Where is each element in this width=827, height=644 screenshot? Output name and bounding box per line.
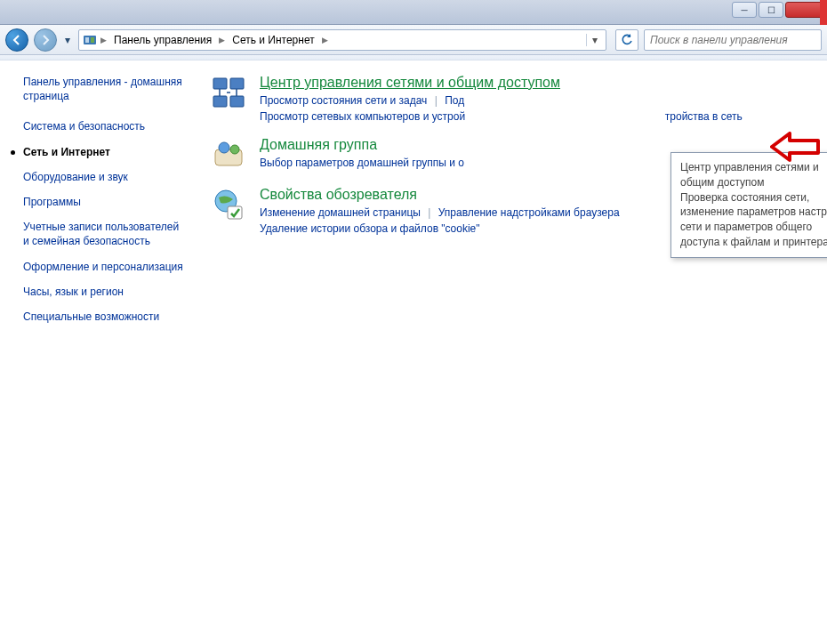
link-manage-addons[interactable]: Управление надстройками браузера	[438, 206, 620, 219]
breadcrumb-bar[interactable]: ▶ Панель управления ▶ Сеть и Интернет ▶ …	[78, 29, 606, 51]
sidebar-item-hardware-sound[interactable]: Оборудование и звук	[23, 170, 185, 184]
sidebar: Панель управления - домашняя страница Си…	[0, 60, 197, 644]
link-view-network-status[interactable]: Просмотр состояния сети и задач	[260, 94, 427, 107]
svg-rect-4	[230, 78, 244, 89]
annotation-arrow	[770, 132, 822, 162]
link-divider: |	[430, 94, 442, 107]
link-homegroup-options-partial[interactable]: Выбор параметров домашней группы и о	[260, 157, 464, 169]
tooltip-network-sharing: Центр управления сетями и общим доступом…	[670, 152, 827, 258]
link-view-network-computers-partial[interactable]: Просмотр сетевых компьютеров и устрой	[260, 110, 465, 123]
category-homegroup-title[interactable]: Домашняя группа	[260, 137, 464, 153]
svg-rect-6	[230, 96, 244, 107]
sidebar-item-system-security[interactable]: Система и безопасность	[23, 119, 185, 133]
sidebar-item-programs[interactable]: Программы	[23, 195, 185, 209]
arrow-left-icon	[11, 34, 23, 46]
close-bar-decoration	[820, 0, 827, 25]
svg-rect-1	[85, 37, 89, 43]
network-sharing-icon	[210, 75, 247, 112]
link-change-homepage[interactable]: Изменение домашней страницы	[260, 206, 421, 219]
sidebar-item-ease-of-access[interactable]: Специальные возможности	[23, 310, 185, 324]
breadcrumb-network-internet[interactable]: Сеть и Интернет	[229, 34, 317, 46]
main-panel: Центр управления сетями и общим доступом…	[197, 60, 827, 644]
arrow-right-icon	[39, 34, 52, 46]
sidebar-item-network-internet[interactable]: Сеть и Интернет	[23, 145, 185, 159]
minimize-button[interactable]: ─	[732, 2, 757, 18]
breadcrumb-separator: ▶	[217, 36, 227, 44]
nav-history-dropdown[interactable]: ▾	[62, 28, 73, 52]
svg-rect-3	[213, 78, 227, 89]
svg-rect-2	[91, 37, 94, 43]
category-internet-options-title[interactable]: Свойства обозревателя	[260, 187, 620, 203]
search-box[interactable]	[644, 29, 822, 51]
breadcrumb-dropdown[interactable]: ▾	[586, 34, 602, 46]
red-arrow-left-icon	[770, 132, 822, 162]
internet-options-icon	[210, 187, 247, 224]
control-panel-icon	[83, 33, 97, 47]
link-divider: |	[423, 206, 435, 219]
breadcrumb-separator: ▶	[99, 36, 108, 44]
svg-point-12	[230, 145, 239, 154]
sidebar-home-link[interactable]: Панель управления - домашняя страница	[23, 75, 185, 103]
breadcrumb-control-panel[interactable]: Панель управления	[110, 34, 215, 46]
homegroup-icon	[210, 137, 247, 174]
breadcrumb-separator: ▶	[320, 36, 330, 44]
link-connect-network-partial[interactable]: Под	[445, 94, 464, 107]
category-network-sharing: Центр управления сетями и общим доступом…	[210, 75, 818, 125]
refresh-icon	[621, 34, 633, 46]
tooltip-body: Проверка состояния сети, изменение парам…	[680, 190, 827, 250]
svg-point-11	[219, 142, 229, 153]
link-delete-history-cookies[interactable]: Удаление истории обзора и файлов "cookie…	[260, 222, 480, 235]
refresh-button[interactable]	[615, 29, 638, 51]
forward-button[interactable]	[34, 28, 57, 52]
svg-rect-14	[228, 206, 242, 219]
maximize-button[interactable]: ☐	[759, 2, 783, 18]
link-add-device-partial[interactable]: тройства в сеть	[665, 110, 743, 123]
search-input[interactable]	[650, 34, 815, 46]
sidebar-item-appearance[interactable]: Оформление и персонализация	[23, 260, 185, 274]
navigation-bar: ▾ ▶ Панель управления ▶ Сеть и Интернет …	[0, 25, 827, 55]
tooltip-title: Центр управления сетями и общим доступом	[680, 160, 827, 190]
back-button[interactable]	[5, 28, 28, 52]
category-network-sharing-title[interactable]: Центр управления сетями и общим доступом	[260, 75, 743, 91]
sidebar-item-user-accounts[interactable]: Учетные записи пользователей и семейная …	[23, 220, 185, 248]
sidebar-item-clock-language-region[interactable]: Часы, язык и регион	[23, 285, 185, 299]
svg-rect-5	[213, 96, 227, 107]
window-chrome: ─ ☐	[0, 0, 827, 25]
